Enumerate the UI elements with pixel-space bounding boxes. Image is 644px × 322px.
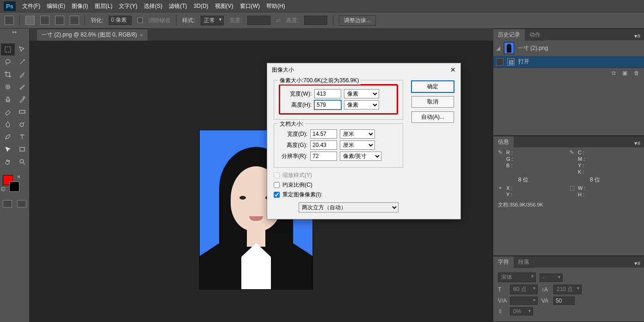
resolution-input[interactable] [310, 152, 337, 161]
lasso-tool[interactable] [1, 56, 15, 68]
width-px-input[interactable] [314, 89, 341, 98]
font-family-select[interactable]: 宋体 [498, 273, 536, 282]
menu-file[interactable]: 文件(F) [22, 2, 40, 10]
tool-preset-icon[interactable] [5, 16, 14, 25]
quickmask-icon[interactable] [3, 200, 12, 207]
wand-tool[interactable] [15, 56, 29, 68]
cancel-button[interactable]: 取消 [411, 96, 454, 108]
brush-tool[interactable] [15, 81, 29, 93]
document-tab[interactable]: 一寸 (2).png @ 82.6% (图层 0, RGB/8) × [37, 29, 147, 41]
color-swatches[interactable]: ⤭ ◱ [0, 173, 29, 192]
hand-tool[interactable] [1, 156, 15, 168]
pen-tool[interactable] [1, 131, 15, 143]
subtract-selection-icon[interactable] [55, 16, 64, 25]
dodge-tool[interactable] [15, 118, 29, 130]
menu-image[interactable]: 图像(I) [72, 2, 88, 10]
antialias-label: 消除锯齿 [148, 17, 171, 24]
leading-select[interactable]: 210 点 [553, 285, 582, 294]
history-snapshot-icon[interactable]: ⧉ [612, 70, 616, 76]
menu-select[interactable]: 选择(S) [144, 2, 162, 10]
menu-layer[interactable]: 图层(L) [95, 2, 113, 10]
resample-method-select[interactable]: 两次立方（自动） [299, 202, 399, 213]
font-style-select[interactable]: - [540, 273, 563, 282]
move-tool[interactable] [15, 43, 29, 55]
healing-tool[interactable] [1, 81, 15, 93]
history-step-open[interactable]: ▤ 打开 [493, 56, 644, 67]
height-px-input[interactable] [314, 100, 341, 109]
auto-button[interactable]: 自动(A)... [411, 111, 454, 123]
history-brush-tool[interactable] [15, 93, 29, 105]
width-d-unit-select[interactable]: 厘米 [340, 129, 375, 139]
tab-info[interactable]: 信息 [493, 136, 514, 148]
antialias-checkbox[interactable] [137, 18, 143, 23]
zoom-tool[interactable] [15, 156, 29, 168]
svg-point-7 [20, 159, 24, 163]
tracking-input[interactable] [553, 297, 575, 305]
tracking-icon: VA [541, 298, 550, 304]
background-color-swatch[interactable] [9, 182, 19, 192]
history-camera-icon[interactable]: ▣ [622, 70, 627, 76]
info-x: X : [506, 185, 512, 191]
menu-window[interactable]: 窗口(W) [240, 2, 260, 10]
menu-view[interactable]: 视图(V) [215, 2, 233, 10]
type-tool[interactable] [15, 131, 29, 143]
tab-character[interactable]: 字符 [493, 256, 514, 268]
crop-tool[interactable] [1, 68, 15, 80]
path-select-tool[interactable] [1, 143, 15, 155]
history-panel-menu-icon[interactable]: ▾≡ [631, 32, 644, 40]
svg-point-5 [20, 123, 24, 127]
history-visibility-icon[interactable] [496, 58, 503, 66]
default-colors-icon[interactable]: ◱ [1, 186, 5, 191]
history-document-row[interactable]: ◢ 一寸 (2).png [493, 40, 644, 56]
font-size-select[interactable]: 60 点 [510, 285, 538, 294]
add-selection-icon[interactable] [40, 16, 49, 25]
shape-tool[interactable] [15, 143, 29, 155]
gradient-tool[interactable] [15, 106, 29, 118]
eyedropper-tool[interactable] [15, 68, 29, 80]
intersect-selection-icon[interactable] [70, 16, 79, 25]
stamp-tool[interactable] [1, 93, 15, 105]
eraser-tool[interactable] [1, 106, 15, 118]
height-px-unit-select[interactable]: 像素 [344, 100, 379, 109]
marquee-tool[interactable] [1, 43, 15, 55]
tab-paragraph[interactable]: 段落 [514, 256, 534, 268]
info-w: W : [578, 185, 586, 191]
info-panel-menu-icon[interactable]: ▾≡ [631, 139, 644, 147]
info-bit-left: 8 位 [518, 176, 528, 184]
menu-type[interactable]: 文字(Y) [119, 2, 137, 10]
constrain-checkbox[interactable] [274, 182, 280, 188]
ok-button[interactable]: 确定 [411, 81, 454, 92]
dialog-close-button[interactable]: ✕ [450, 66, 456, 73]
options-bar: 羽化: 0 像素 消除锯齿 样式: 正常 宽度: ⇄ 高度: 调整边缘... [0, 12, 644, 29]
swap-colors-icon[interactable]: ⤭ [17, 174, 20, 179]
menu-3d[interactable]: 3D(D) [194, 3, 209, 9]
char-panel-menu-icon[interactable]: ▾≡ [631, 259, 644, 267]
width-d-input[interactable] [310, 129, 337, 139]
svg-point-3 [23, 97, 25, 98]
height-d-input[interactable] [310, 140, 337, 150]
tab-actions[interactable]: 动作 [525, 29, 545, 41]
refine-edge-button[interactable]: 调整边缘... [339, 15, 376, 26]
history-brush-source-icon[interactable]: ◢ [496, 45, 500, 51]
menu-help[interactable]: 帮助(H) [266, 2, 285, 10]
resample-label: 重定图像像素(I): [282, 191, 323, 199]
kerning-select[interactable] [510, 297, 538, 305]
menu-edit[interactable]: 编辑(E) [47, 2, 65, 10]
tab-history[interactable]: 历史记录 [493, 29, 525, 41]
width-px-unit-select[interactable]: 像素 [344, 89, 379, 98]
screenmode-icon[interactable] [17, 200, 26, 207]
blur-tool[interactable] [1, 118, 15, 130]
new-selection-icon[interactable] [25, 16, 35, 25]
height-d-unit-select[interactable]: 厘米 [340, 140, 375, 150]
history-trash-icon[interactable]: 🗑 [634, 70, 639, 76]
dimension-icon: ⬚ [569, 185, 575, 191]
close-tab-icon[interactable]: × [140, 32, 142, 38]
menu-filter[interactable]: 滤镜(T) [169, 2, 187, 10]
vscale-select[interactable]: 0% [510, 307, 533, 316]
feather-input[interactable]: 0 像素 [109, 16, 132, 25]
resample-checkbox[interactable] [274, 192, 280, 198]
scale-styles-checkbox [274, 172, 280, 178]
resolution-unit-select[interactable]: 像素/英寸 [340, 152, 381, 161]
toolbox-collapse-icon[interactable]: ▸▸ [1, 30, 29, 35]
style-select[interactable]: 正常 [201, 16, 224, 25]
